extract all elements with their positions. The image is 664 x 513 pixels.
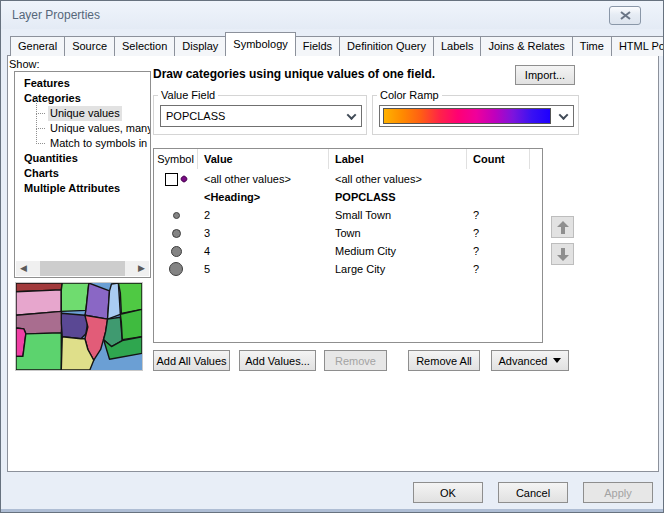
close-button[interactable]: [609, 6, 641, 25]
table-row-all-other-values[interactable]: <all other values> <all other values>: [154, 171, 542, 187]
table-row-large-city[interactable]: 5 Large City ?: [154, 261, 542, 277]
tab-time[interactable]: Time: [572, 36, 612, 56]
show-label: Show:: [9, 58, 40, 70]
point-symbol-icon[interactable]: [169, 262, 183, 276]
header-count: Count: [467, 149, 530, 169]
remove-all-button[interactable]: Remove All: [408, 350, 480, 371]
add-values-button[interactable]: Add Values...: [239, 350, 316, 371]
categories-table: Symbol Value Label Count <all other valu…: [153, 148, 543, 343]
tree-item-multiple-attributes[interactable]: Multiple Attributes: [15, 181, 150, 196]
apply-button[interactable]: Apply: [583, 482, 653, 503]
remove-button[interactable]: Remove: [324, 350, 387, 371]
show-tree: Features Categories Unique values Unique…: [14, 71, 151, 278]
tab-strip: General Source Selection Display Symbolo…: [10, 34, 664, 56]
tab-html-popup[interactable]: HTML Popup: [611, 36, 664, 56]
add-all-values-button[interactable]: Add All Values: [153, 350, 230, 371]
title-bar: Layer Properties: [1, 1, 663, 29]
cancel-button[interactable]: Cancel: [498, 482, 568, 503]
chevron-down-icon: [553, 106, 573, 126]
tab-display[interactable]: Display: [174, 36, 226, 56]
chevron-down-icon: [341, 106, 361, 126]
tree-item-quantities[interactable]: Quantities: [15, 151, 150, 166]
tree-item-match-to-symbols[interactable]: Match to symbols in a: [15, 136, 150, 151]
tab-definition-query[interactable]: Definition Query: [339, 36, 434, 56]
tab-selection[interactable]: Selection: [114, 36, 175, 56]
close-icon: [620, 11, 631, 20]
move-up-button[interactable]: [551, 216, 574, 238]
color-ramp-swatch: [383, 108, 551, 124]
point-symbol-icon[interactable]: [180, 175, 188, 183]
tab-labels[interactable]: Labels: [433, 36, 481, 56]
dropdown-arrow-icon: [553, 358, 561, 363]
method-description: Draw categories using unique values of o…: [153, 67, 435, 81]
scroll-right-icon[interactable]: ▶: [134, 261, 149, 276]
tree-item-features[interactable]: Features: [15, 76, 150, 91]
header-symbol: Symbol: [154, 149, 198, 169]
color-ramp-group: Color Ramp: [372, 89, 579, 135]
value-field-value: POPCLASS: [161, 110, 341, 122]
arrow-up-icon: [557, 221, 569, 234]
layer-properties-dialog: Layer Properties General Source Selectio…: [0, 0, 664, 513]
color-ramp-dropdown[interactable]: [379, 105, 574, 127]
map-preview-thumbnail: [15, 282, 143, 371]
point-symbol-icon[interactable]: [173, 212, 180, 219]
tree-horizontal-scrollbar[interactable]: ◀ ▶: [16, 261, 149, 276]
window-title: Layer Properties: [12, 8, 100, 22]
tab-general[interactable]: General: [10, 36, 65, 56]
header-value: Value: [198, 149, 329, 169]
scroll-left-icon[interactable]: ◀: [16, 261, 31, 276]
table-header-row: Symbol Value Label Count: [154, 149, 542, 169]
point-symbol-icon[interactable]: [171, 246, 182, 257]
tree-item-charts[interactable]: Charts: [15, 166, 150, 181]
value-field-group: Value Field POPCLASS: [153, 89, 367, 135]
import-button[interactable]: Import...: [515, 65, 575, 85]
value-field-label: Value Field: [158, 89, 218, 101]
scrollbar-thumb[interactable]: [40, 261, 125, 276]
tab-symbology[interactable]: Symbology: [225, 32, 295, 56]
table-row-medium-city[interactable]: 4 Medium City ?: [154, 243, 542, 259]
window-bottom-edge: [1, 509, 663, 512]
point-symbol-icon[interactable]: [172, 229, 181, 238]
color-ramp-label: Color Ramp: [377, 89, 442, 101]
ok-button[interactable]: OK: [413, 482, 483, 503]
tab-fields[interactable]: Fields: [295, 36, 340, 56]
value-field-dropdown[interactable]: POPCLASS: [160, 105, 362, 127]
header-label: Label: [329, 149, 467, 169]
advanced-button[interactable]: Advanced: [491, 350, 569, 371]
table-row-heading[interactable]: <Heading> POPCLASS: [154, 189, 542, 205]
table-row-small-town[interactable]: 2 Small Town ?: [154, 207, 542, 223]
table-row-town[interactable]: 3 Town ?: [154, 225, 542, 241]
tab-source[interactable]: Source: [64, 36, 115, 56]
tab-joins-relates[interactable]: Joins & Relates: [480, 36, 572, 56]
move-down-button[interactable]: [551, 243, 574, 265]
arrow-down-icon: [557, 248, 569, 261]
all-other-values-checkbox[interactable]: [165, 173, 178, 186]
